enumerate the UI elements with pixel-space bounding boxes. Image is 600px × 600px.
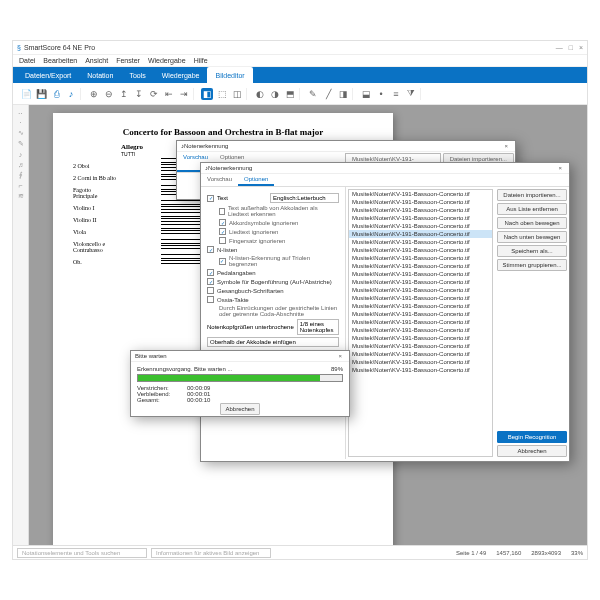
text-checkbox[interactable]: ✓ (207, 195, 214, 202)
file-item[interactable]: Musitek\Noten\KV-191-Bassoon-Concerto.ti… (349, 318, 492, 326)
close-icon[interactable]: × (501, 143, 511, 149)
deskew-icon[interactable]: ◫ (231, 88, 243, 100)
maximize-button[interactable]: □ (569, 44, 573, 51)
tool-icon[interactable]: ∮ (19, 171, 23, 179)
menu-hilfe[interactable]: Hilfe (194, 57, 208, 64)
filter-icon[interactable]: ⧩ (405, 88, 417, 100)
hymnal-checkbox[interactable] (207, 287, 214, 294)
ribbon-tab[interactable]: Dateien/Export (17, 67, 79, 83)
fingering-ignore-checkbox[interactable] (219, 237, 226, 244)
tool-icon[interactable]: ‥ (18, 108, 23, 116)
minimize-button[interactable]: — (556, 44, 563, 51)
nlisten-checkbox[interactable]: ✓ (207, 246, 214, 253)
zoom-out-icon[interactable]: ⊖ (103, 88, 115, 100)
file-item[interactable]: Musitek\Noten\KV-191-Bassoon-Concerto.ti… (349, 326, 492, 334)
eraser-icon[interactable]: ◨ (337, 88, 349, 100)
first-page-icon[interactable]: ⇤ (163, 88, 175, 100)
tool-icon[interactable]: · (20, 119, 22, 126)
bowing-checkbox[interactable]: ✓ (207, 278, 214, 285)
file-item[interactable]: Musitek\Noten\KV-191-Bassoon-Concerto.ti… (349, 206, 492, 214)
tool-icon[interactable]: ≋ (18, 192, 24, 200)
select-tool-icon[interactable]: ◧ (201, 88, 213, 100)
ossia-checkbox[interactable] (207, 296, 214, 303)
menu-datei[interactable]: Datei (19, 57, 35, 64)
cancel-button[interactable]: Abbrechen (220, 403, 259, 415)
ribbon-tab[interactable]: Notation (79, 67, 121, 83)
file-item[interactable]: Musitek\Noten\KV-191-Bassoon-Concerto.ti… (349, 230, 492, 238)
menu-ansicht[interactable]: Ansicht (85, 57, 108, 64)
menu-bearbeiten[interactable]: Bearbeiten (43, 57, 77, 64)
save-icon[interactable]: 💾 (35, 88, 47, 100)
tab-preview[interactable]: Vorschau (201, 174, 238, 186)
invert-icon[interactable]: ◐ (254, 88, 266, 100)
file-item[interactable]: Musitek\Noten\KV-191-Bassoon-Concerto.ti… (349, 342, 492, 350)
tool-icon[interactable]: ♪ (19, 151, 23, 158)
file-item[interactable]: Musitek\Noten\KV-191-Bassoon-Concerto.ti… (349, 286, 492, 294)
begin-recognition-button[interactable]: Begin Recognition (497, 431, 567, 443)
page-up-icon[interactable]: ↥ (118, 88, 130, 100)
lyric-ignore-checkbox[interactable]: ✓ (219, 228, 226, 235)
ribbon-tab[interactable]: Wiedergabe (154, 67, 208, 83)
file-item[interactable]: Musitek\Noten\KV-191-Bassoon-Concerto.ti… (349, 270, 492, 278)
close-icon[interactable]: × (555, 165, 565, 171)
zoom-level[interactable]: 33% (571, 550, 583, 556)
rotate-icon[interactable]: ⟳ (148, 88, 160, 100)
pencil-icon[interactable]: ✎ (307, 88, 319, 100)
dot-icon[interactable]: • (375, 88, 387, 100)
file-list[interactable]: Musitek\Noten\KV-191-Bassoon-Concerto.ti… (348, 189, 493, 457)
tool-a-icon[interactable]: ⬒ (284, 88, 296, 100)
contrast-icon[interactable]: ◑ (269, 88, 281, 100)
close-button[interactable]: × (579, 44, 583, 51)
tool-icon[interactable]: ♬ (18, 161, 23, 168)
import-files-button[interactable]: Dateien importieren... (497, 189, 567, 201)
tab-options[interactable]: Optionen (238, 174, 274, 186)
menu-fenster[interactable]: Fenster (116, 57, 140, 64)
ribbon-tab[interactable]: Bildeditor (207, 67, 252, 83)
file-item[interactable]: Musitek\Noten\KV-191-Bassoon-Concerto.ti… (349, 238, 492, 246)
save-as-button[interactable]: Speichern als... (497, 245, 567, 257)
text-language-select[interactable]: Englisch:Letterbuch (270, 193, 339, 203)
crop-icon[interactable]: ⬚ (216, 88, 228, 100)
remove-from-list-button[interactable]: Aus Liste entfernen (497, 203, 567, 215)
menu-wiedergabe[interactable]: Wiedergabe (148, 57, 186, 64)
notehead-size-select[interactable]: 1/8 eines Notenkopfes (297, 319, 339, 335)
chord-ignore-checkbox[interactable]: ✓ (219, 219, 226, 226)
file-item[interactable]: Musitek\Noten\KV-191-Bassoon-Concerto.ti… (349, 190, 492, 198)
pedal-checkbox[interactable]: ✓ (207, 269, 214, 276)
ribbon-tab[interactable]: Tools (121, 67, 153, 83)
line-icon[interactable]: ╱ (322, 88, 334, 100)
scan-icon[interactable]: ⎙ (50, 88, 62, 100)
nlisten-triplet-checkbox[interactable]: ✓ (219, 258, 226, 265)
note-icon[interactable]: ♪ (65, 88, 77, 100)
file-item[interactable]: Musitek\Noten\KV-191-Bassoon-Concerto.ti… (349, 366, 492, 374)
lyric-outside-checkbox[interactable] (219, 208, 225, 215)
file-item[interactable]: Musitek\Noten\KV-191-Bassoon-Concerto.ti… (349, 214, 492, 222)
file-item[interactable]: Musitek\Noten\KV-191-Bassoon-Concerto.ti… (349, 294, 492, 302)
staff-tool-icon[interactable]: ≡ (390, 88, 402, 100)
file-item[interactable]: Musitek\Noten\KV-191-Bassoon-Concerto.ti… (349, 278, 492, 286)
info-field[interactable]: Informationen für aktives Bild anzeigen (151, 548, 271, 558)
group-voices-button[interactable]: Stimmen gruppieren... (497, 259, 567, 271)
last-page-icon[interactable]: ⇥ (178, 88, 190, 100)
file-item[interactable]: Musitek\Noten\KV-191-Bassoon-Concerto.ti… (349, 246, 492, 254)
close-icon[interactable]: × (335, 353, 345, 359)
file-item[interactable]: Musitek\Noten\KV-191-Bassoon-Concerto.ti… (349, 262, 492, 270)
move-up-button[interactable]: Nach oben bewegen (497, 217, 567, 229)
move-down-button[interactable]: Nach unten bewegen (497, 231, 567, 243)
file-item[interactable]: Musitek\Noten\KV-191-Bassoon-Concerto.ti… (349, 302, 492, 310)
tool-icon[interactable]: ∿ (18, 129, 24, 137)
accolade-position-select[interactable]: Oberhalb der Akkolade einfügen (207, 337, 339, 347)
tool-icon[interactable]: ⌐ (18, 182, 22, 189)
file-item[interactable]: Musitek\Noten\KV-191-Bassoon-Concerto.ti… (349, 358, 492, 366)
page-down-icon[interactable]: ↧ (133, 88, 145, 100)
file-item[interactable]: Musitek\Noten\KV-191-Bassoon-Concerto.ti… (349, 334, 492, 342)
cancel-button[interactable]: Abbrechen (497, 445, 567, 457)
tool-icon[interactable]: ✎ (18, 140, 24, 148)
file-item[interactable]: Musitek\Noten\KV-191-Bassoon-Concerto.ti… (349, 222, 492, 230)
file-item[interactable]: Musitek\Noten\KV-191-Bassoon-Concerto.ti… (349, 198, 492, 206)
threshold-icon[interactable]: ⬓ (360, 88, 372, 100)
file-icon[interactable]: 📄 (20, 88, 32, 100)
file-item[interactable]: Musitek\Noten\KV-191-Bassoon-Concerto.ti… (349, 350, 492, 358)
file-item[interactable]: Musitek\Noten\KV-191-Bassoon-Concerto.ti… (349, 310, 492, 318)
file-item[interactable]: Musitek\Noten\KV-191-Bassoon-Concerto.ti… (349, 254, 492, 262)
